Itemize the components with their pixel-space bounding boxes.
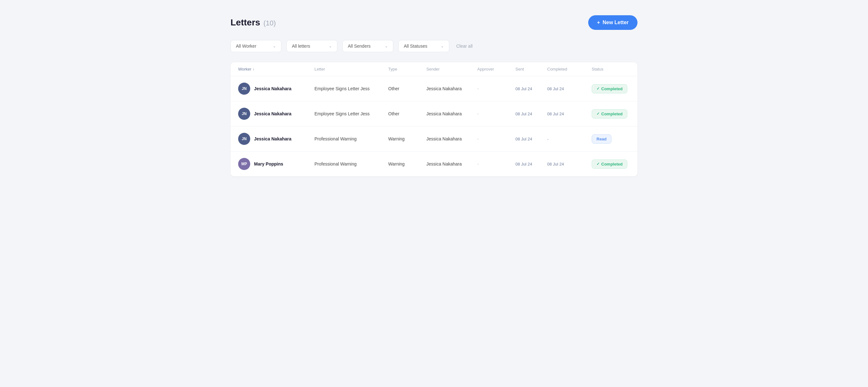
completed-cell: 08 Jul 24 [547,162,592,166]
column-header-sender: Sender [426,67,477,71]
completed-cell: 08 Jul 24 [547,87,592,91]
chevron-down-icon: ⌄ [329,44,332,48]
approver-cell: - [477,86,516,91]
page-title-wrap: Letters (10) [230,18,276,28]
letter-cell: Employee Signs Letter Jess [314,86,388,91]
worker-cell: JN Jessica Nakahara [238,83,314,95]
letters-filter-label: All letters [292,43,310,49]
chevron-down-icon: ⌄ [273,44,276,48]
worker-name: Mary Poppins [254,161,283,166]
avatar: MP [238,158,250,170]
new-letter-label: New Letter [602,20,628,25]
sender-cell: Jessica Nakahara [426,86,477,91]
table-row[interactable]: MP Mary Poppins Professional Warning War… [230,152,638,176]
worker-name: Jessica Nakahara [254,136,291,141]
type-cell: Other [388,86,426,91]
table-row[interactable]: JN Jessica Nakahara Professional Warning… [230,126,638,152]
check-icon: ✓ [596,162,600,166]
worker-name: Jessica Nakahara [254,86,291,91]
status-cell: Read [592,134,630,143]
worker-filter[interactable]: All Worker ⌄ [230,40,281,52]
check-icon: ✓ [596,87,600,91]
worker-cell: JN Jessica Nakahara [238,108,314,120]
status-cell: ✓Completed [592,84,630,93]
approver-cell: - [477,111,516,116]
status-badge: Read [592,134,612,143]
letters-filter[interactable]: All letters ⌄ [286,40,337,52]
status-badge: ✓Completed [592,160,627,169]
column-header-sent: Sent [516,67,547,71]
plus-icon: + [597,20,600,25]
completed-cell: 08 Jul 24 [547,111,592,116]
column-header-approver: Approver [477,67,516,71]
completed-cell: - [547,137,592,141]
avatar: JN [238,83,250,95]
approver-cell: - [477,136,516,141]
letter-cell: Employee Signs Letter Jess [314,111,388,116]
page-title: Letters [230,18,260,28]
column-header-completed: Completed [547,67,592,71]
type-cell: Warning [388,161,426,166]
type-cell: Warning [388,136,426,141]
sent-cell: 08 Jul 24 [516,162,547,166]
clear-all-button[interactable]: Clear all [454,42,474,51]
status-badge: ✓Completed [592,109,627,119]
filters-row: All Worker ⌄ All letters ⌄ All Senders ⌄… [230,40,638,52]
avatar: JN [238,133,250,145]
sent-cell: 08 Jul 24 [516,111,547,116]
column-header-type: Type [388,67,426,71]
new-letter-button[interactable]: + New Letter [588,15,638,30]
sort-arrow-icon: ↑ [253,67,255,71]
senders-filter[interactable]: All Senders ⌄ [342,40,393,52]
page-header: Letters (10) + New Letter [230,15,638,30]
table-row[interactable]: JN Jessica Nakahara Employee Signs Lette… [230,76,638,101]
avatar: JN [238,108,250,120]
column-header-status: Status [592,67,630,71]
statuses-filter[interactable]: All Statuses ⌄ [398,40,449,52]
sent-cell: 08 Jul 24 [516,137,547,141]
chevron-down-icon: ⌄ [385,44,388,48]
status-cell: ✓Completed [592,160,630,169]
worker-filter-label: All Worker [236,43,256,49]
sender-cell: Jessica Nakahara [426,161,477,166]
table-body: JN Jessica Nakahara Employee Signs Lette… [230,76,638,176]
worker-name: Jessica Nakahara [254,111,291,116]
worker-cell: JN Jessica Nakahara [238,133,314,145]
sender-cell: Jessica Nakahara [426,111,477,116]
table-row[interactable]: JN Jessica Nakahara Employee Signs Lette… [230,101,638,126]
chevron-down-icon: ⌄ [441,44,444,48]
column-header-worker[interactable]: Worker ↑ [238,67,314,71]
letters-table: Worker ↑ Letter Type Sender Approver Sen… [230,62,638,176]
status-cell: ✓Completed [592,109,630,119]
sent-cell: 08 Jul 24 [516,87,547,91]
approver-cell: - [477,161,516,166]
page-count: (10) [263,19,276,27]
table-header: Worker ↑ Letter Type Sender Approver Sen… [230,62,638,76]
sender-cell: Jessica Nakahara [426,136,477,141]
status-badge: ✓Completed [592,84,627,93]
check-icon: ✓ [596,111,600,116]
statuses-filter-label: All Statuses [404,43,427,49]
letter-cell: Professional Warning [314,161,388,166]
type-cell: Other [388,111,426,116]
letter-cell: Professional Warning [314,136,388,141]
worker-cell: MP Mary Poppins [238,158,314,170]
column-header-letter: Letter [314,67,388,71]
senders-filter-label: All Senders [348,43,371,49]
